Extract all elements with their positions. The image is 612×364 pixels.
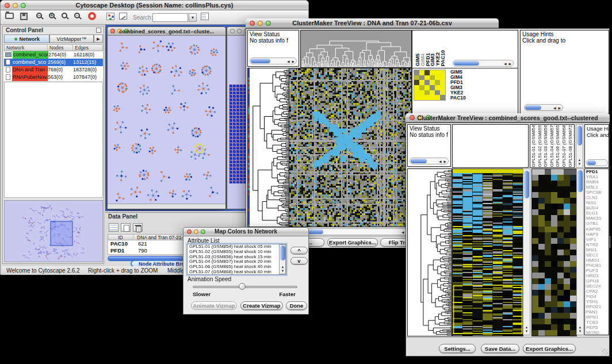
create-vizmap-button[interactable]: Create Vizmap [240, 301, 283, 310]
horizontal-scrollbar[interactable] [586, 159, 608, 166]
search-input[interactable] [152, 13, 188, 22]
gene-label[interactable]: NIS1 [585, 200, 609, 205]
column-dendrogram[interactable] [300, 30, 412, 68]
gene-label[interactable]: CPA2 [585, 289, 609, 294]
select-attributes-icon[interactable] [109, 223, 118, 232]
horizontal-scrollbar[interactable]: ◀ ▶ [250, 58, 297, 64]
gene-label[interactable]: RPN1 [585, 315, 609, 320]
matrix-cell[interactable] [430, 95, 435, 100]
network-list-row[interactable]: RNAPuberNov2+1563(0)107847(0) [4, 74, 103, 81]
attribute-list-item[interactable]: GPL51-07 (GSM868) heat shock 60 min [188, 270, 280, 275]
matrix-cell[interactable] [414, 85, 419, 90]
main-titlebar[interactable]: Cytoscape Desktop (Session Name: collins… [1, 1, 308, 10]
gene-label[interactable]: GPI16 [585, 278, 609, 283]
matrix-cell[interactable] [419, 85, 424, 90]
array-column-label[interactable]: GPL51-04 (GSM857) [549, 124, 555, 167]
gene-label[interactable]: PAN1 [585, 309, 609, 315]
network-list-row[interactable]: DNA and Tran 07769(0)183728(0) [4, 66, 103, 74]
speed-slider-thumb[interactable] [239, 283, 246, 290]
gene-label[interactable]: SPC98 [585, 190, 609, 195]
gene-label[interactable]: GTB1 [585, 221, 609, 226]
zoom-selected-icon[interactable] [62, 13, 67, 18]
matrix-cell[interactable] [435, 80, 440, 85]
row-dendrogram[interactable] [407, 168, 452, 336]
gene-label[interactable]: TCB3 [585, 320, 609, 325]
gene-label[interactable]: CLN1 [585, 195, 609, 200]
matrix-cell[interactable] [435, 85, 440, 90]
vertical-scrollbar[interactable]: ▲▼ [576, 168, 584, 335]
gene-label[interactable]: ELG1 [585, 210, 609, 216]
horizontal-scrollbar[interactable]: ◀ ▶ [524, 104, 563, 111]
vertical-scrollbar[interactable]: ▲▼ [576, 124, 583, 168]
matrix-cell[interactable] [440, 90, 445, 95]
matrix-cell[interactable] [419, 90, 424, 95]
zoom-fit-icon[interactable]: ▫ [74, 13, 80, 18]
zoom-in-icon[interactable]: + [49, 13, 55, 18]
gene-label[interactable]: NTR2 [585, 242, 609, 247]
minimize-button[interactable] [237, 29, 242, 33]
col-network[interactable]: Network [5, 45, 48, 51]
gene-label[interactable]: MSL1 [585, 185, 609, 190]
gene-label[interactable]: MAK31 [585, 216, 609, 221]
overview-map[interactable] [5, 201, 102, 262]
gene-label[interactable]: RPO21 [585, 304, 609, 309]
done-button[interactable]: Done [286, 301, 307, 310]
matrix-cell[interactable] [419, 75, 424, 81]
array-column-label[interactable]: GPL51-02 (GSM855) [537, 124, 543, 167]
matrix-cell[interactable] [424, 95, 430, 100]
animate-vizmap-button[interactable]: Animate Vizmap [191, 301, 237, 310]
horizontal-scrollbar[interactable] [108, 204, 225, 209]
gene-label[interactable]: PEP5 [585, 325, 609, 330]
network-list-row[interactable]: combined_sco2569(6)13112(15) [4, 59, 103, 66]
gene-label[interactable]: HAP3 [585, 232, 609, 237]
network-view-frame[interactable]: combined_scores_good.txt--cluste... [107, 26, 226, 209]
matrix-cell[interactable] [414, 95, 419, 100]
vertical-scrollbar[interactable]: ▲▼ [279, 244, 286, 274]
matrix-cell[interactable] [435, 70, 440, 75]
save-data-button[interactable]: Save Data... [481, 344, 519, 353]
delete-attribute-icon[interactable] [133, 223, 143, 232]
matrix-cell[interactable] [435, 75, 440, 81]
horizontal-scrollbar[interactable]: ◀ ▶ [410, 158, 449, 164]
vertical-scrollbar[interactable]: ▲▼ [523, 168, 530, 335]
matrix-cell[interactable] [424, 85, 430, 90]
float-panel-icon[interactable] [96, 28, 101, 33]
tab-vizmapper[interactable]: VizMapper™ [49, 35, 94, 43]
matrix-cell[interactable] [414, 75, 419, 81]
gene-label[interactable]: PUF3 [585, 268, 609, 273]
array-column-label[interactable]: GPL51-01 (GSM854) [531, 124, 537, 167]
gene-label[interactable]: BUD4 [585, 205, 609, 210]
array-column-label[interactable]: GPL51-03 (GSM856) [543, 124, 549, 167]
matrix-cell[interactable] [430, 70, 435, 75]
zoom-out-icon[interactable]: − [36, 13, 42, 18]
matrix-cell[interactable] [435, 95, 440, 100]
horizontal-scrollbar[interactable]: ◀ ▶ [453, 60, 514, 67]
matrix-cell[interactable] [430, 90, 435, 95]
gene-label[interactable]: HRD3 [585, 273, 609, 278]
network-overview-panel[interactable] [4, 200, 103, 262]
col-attribute[interactable]: DNA and Tran 07-21-06 [133, 235, 189, 240]
array-column-label[interactable]: GPL51-08 (GSM872) [568, 124, 573, 167]
search-dropdown-icon[interactable]: ▼ [189, 13, 197, 22]
gene-label[interactable]: MON2 [585, 330, 609, 335]
col-id[interactable]: ID [108, 235, 133, 240]
matrix-cell[interactable] [419, 95, 424, 100]
column-tree-panel[interactable] [452, 124, 529, 168]
matrix-cell[interactable] [424, 75, 430, 81]
open-session-icon[interactable] [5, 13, 14, 19]
treeview2-titlebar[interactable]: ClusterMaker TreeView : combined_scores_… [406, 113, 610, 122]
move-down-button[interactable]: v [290, 257, 308, 265]
gene-label[interactable]: PFD1 [585, 169, 609, 174]
matrix-cell[interactable] [424, 70, 430, 75]
matrix-cell[interactable] [430, 75, 435, 81]
zoom-heatmap[interactable] [531, 168, 577, 336]
attribute-list[interactable]: GPL51-01 (GSM854) heat shock 05 minGPL51… [187, 244, 286, 275]
frame-titlebar[interactable]: combined_scores_good.txt--cluste... [108, 27, 225, 36]
export-graphics-button[interactable]: Export Graphics... [327, 238, 378, 247]
gene-label[interactable]: SEC24 [585, 283, 609, 289]
matrix-cell[interactable] [430, 80, 435, 85]
network-list-row[interactable]: combined_scores2764(0)16218(0) [4, 51, 103, 59]
network-canvas[interactable] [108, 36, 225, 205]
help-lifesaver-icon[interactable] [88, 12, 96, 20]
export-graphics-button[interactable]: Export Graphics... [523, 344, 576, 353]
